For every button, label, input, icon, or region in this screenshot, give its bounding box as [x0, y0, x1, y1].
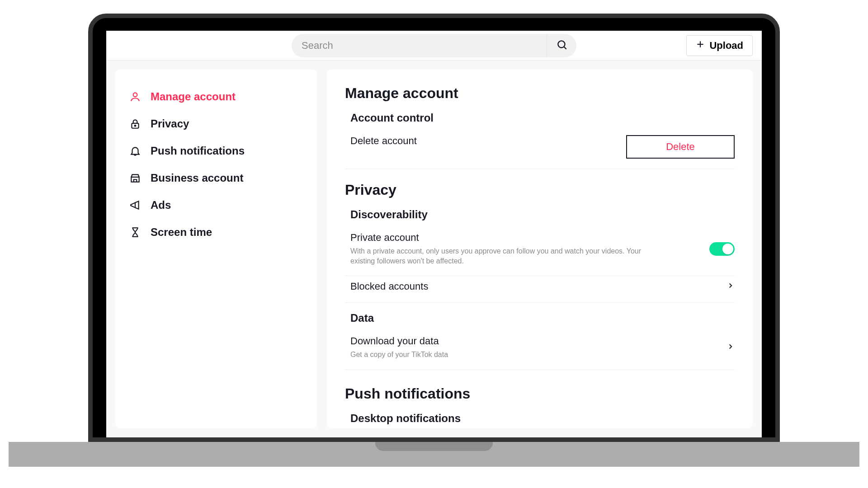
- upload-label: Upload: [709, 40, 743, 52]
- laptop-frame: Upload Manage account: [88, 14, 780, 467]
- row-delete-account: Delete account Delete: [345, 131, 735, 169]
- sidebar-item-business-account[interactable]: Business account: [127, 164, 305, 192]
- sidebar-item-label: Business account: [151, 172, 243, 184]
- private-account-label: Private account: [350, 232, 667, 244]
- lock-icon: [129, 117, 142, 130]
- svg-line-1: [564, 47, 566, 49]
- sidebar-item-privacy[interactable]: Privacy: [127, 110, 305, 137]
- sidebar-item-push-notifications[interactable]: Push notifications: [127, 137, 305, 164]
- chevron-right-icon: [726, 343, 735, 352]
- chevron-right-icon: [726, 282, 735, 291]
- bell-icon: [129, 145, 142, 157]
- settings-sidebar: Manage account Privacy Pus: [115, 70, 317, 428]
- private-account-toggle[interactable]: [709, 242, 735, 256]
- sidebar-item-label: Push notifications: [151, 145, 245, 157]
- section-title-push: Push notifications: [345, 385, 735, 402]
- sidebar-item-label: Screen time: [151, 226, 212, 239]
- app-header: Upload: [106, 31, 762, 61]
- search-input[interactable]: [292, 40, 547, 52]
- section-title-manage-account: Manage account: [345, 85, 735, 102]
- sidebar-item-label: Ads: [151, 199, 171, 211]
- blocked-accounts-label: Blocked accounts: [350, 281, 428, 292]
- megaphone-icon: [129, 199, 142, 211]
- subsection-account-control: Account control: [350, 112, 735, 124]
- sidebar-item-manage-account[interactable]: Manage account: [127, 83, 305, 110]
- hourglass-icon: [129, 226, 142, 239]
- private-account-desc: With a private account, only users you a…: [350, 246, 667, 266]
- svg-point-4: [133, 93, 137, 97]
- subsection-data: Data: [350, 312, 735, 324]
- row-blocked-accounts[interactable]: Blocked accounts: [345, 276, 735, 303]
- sidebar-item-label: Privacy: [151, 117, 189, 130]
- subsection-desktop-notifications: Desktop notifications: [350, 412, 735, 425]
- svg-point-6: [135, 125, 136, 127]
- sidebar-item-screen-time[interactable]: Screen time: [127, 219, 305, 246]
- sidebar-item-ads[interactable]: Ads: [127, 192, 305, 219]
- search-field[interactable]: [292, 34, 576, 57]
- settings-main: Manage account Account control Delete ac…: [327, 70, 753, 428]
- delete-button[interactable]: Delete: [626, 135, 735, 159]
- download-data-desc: Get a copy of your TikTok data: [350, 350, 448, 360]
- storefront-icon: [129, 172, 142, 184]
- laptop-base: [9, 442, 859, 467]
- delete-account-label: Delete account: [350, 135, 417, 147]
- plus-icon: [696, 40, 705, 52]
- sidebar-item-label: Manage account: [151, 90, 236, 103]
- section-title-privacy: Privacy: [345, 182, 735, 198]
- row-private-account: Private account With a private account, …: [345, 227, 735, 276]
- upload-button[interactable]: Upload: [686, 35, 753, 56]
- subsection-discoverability: Discoverability: [350, 208, 735, 221]
- laptop-notch: [375, 442, 493, 451]
- svg-point-0: [558, 41, 565, 47]
- person-icon: [129, 90, 142, 103]
- search-button[interactable]: [547, 34, 576, 57]
- search-icon: [556, 39, 568, 52]
- download-data-label: Download your data: [350, 335, 448, 347]
- row-download-data[interactable]: Download your data Get a copy of your Ti…: [345, 331, 735, 370]
